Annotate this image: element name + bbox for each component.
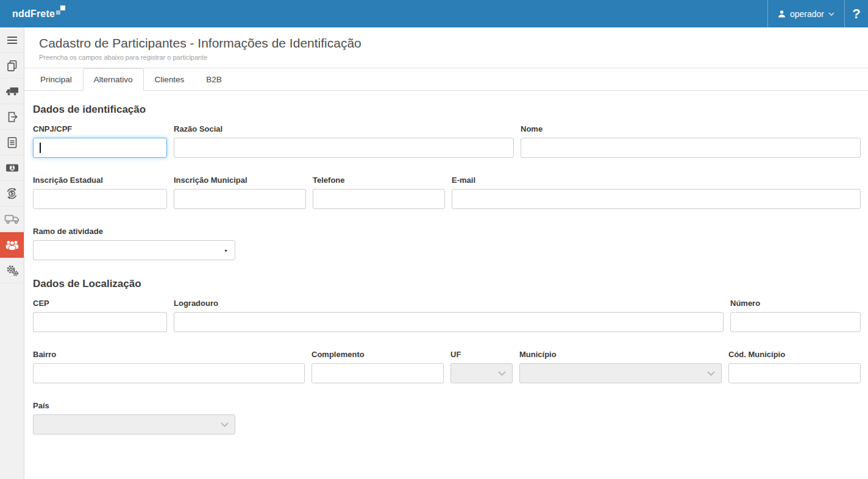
tab-clientes[interactable]: Clientes (144, 68, 196, 91)
municipio-label: Município (519, 350, 722, 359)
uf-select (450, 363, 513, 383)
bairro-input[interactable] (33, 363, 305, 383)
nome-input[interactable] (521, 138, 861, 158)
ramo-atividade-select[interactable]: ▼ (33, 240, 235, 260)
logradouro-input[interactable] (174, 312, 724, 332)
numero-label: Número (730, 299, 861, 308)
cnpj-cpf-label: CNPJ/CPF (33, 124, 167, 133)
help-button[interactable]: ? (844, 0, 868, 27)
razao-social-label: Razão Social (174, 124, 514, 133)
section-heading-identificacao: Dados de identificação (33, 104, 861, 116)
sidebar-item-export[interactable] (0, 104, 24, 130)
page-subtitle: Preencha os campos abaixo para registrar… (39, 54, 853, 61)
bairro-label: Bairro (33, 350, 305, 359)
uf-label: UF (450, 350, 513, 359)
cod-municipio-label: Cód. Município (728, 350, 861, 359)
sidebar: 1 $ (0, 27, 24, 479)
sidebar-item-financial[interactable]: $ (0, 181, 24, 207)
tab-principal[interactable]: Principal (29, 68, 83, 91)
municipio-select (519, 363, 722, 383)
banknote-icon: 1 (5, 163, 19, 172)
form-content: Dados de identificação CNPJ/CPF Razão So… (24, 91, 868, 479)
tab-bar: Principal Alternativo Clientes B2B (24, 68, 868, 91)
hamburger-menu-icon (7, 36, 18, 44)
sidebar-item-report[interactable] (0, 130, 24, 155)
email-input[interactable] (452, 189, 861, 209)
brand-logo: nddFrete (0, 0, 65, 27)
nome-label: Nome (521, 124, 861, 133)
complemento-label: Complemento (311, 350, 444, 359)
svg-text:1: 1 (10, 165, 14, 171)
numero-input[interactable] (730, 312, 861, 332)
users-group-icon (5, 240, 20, 250)
inscricao-estadual-input[interactable] (33, 189, 167, 209)
pais-label: País (33, 401, 235, 410)
page-title: Cadastro de Participantes - Informações … (39, 36, 853, 51)
sidebar-item-participants[interactable] (0, 232, 24, 258)
cod-municipio-input[interactable] (728, 363, 861, 383)
chevron-down-icon (707, 371, 715, 376)
chevron-down-icon (221, 422, 229, 427)
sidebar-item-menu[interactable] (0, 27, 24, 53)
brand-squares-icon (56, 5, 65, 16)
email-label: E-mail (452, 176, 861, 185)
sidebar-item-truck[interactable] (0, 79, 24, 104)
chevron-down-icon (498, 371, 506, 376)
cep-label: CEP (33, 299, 167, 308)
user-menu[interactable]: operador (767, 0, 844, 27)
sidebar-item-billing[interactable]: 1 (0, 155, 24, 181)
cep-input[interactable] (33, 312, 167, 332)
sidebar-item-documents[interactable] (0, 53, 24, 79)
tab-alternativo[interactable]: Alternativo (83, 68, 144, 91)
telefone-label: Telefone (313, 176, 445, 185)
select-arrow-icon: ▼ (224, 248, 228, 252)
truck-icon (5, 86, 20, 96)
chevron-down-icon (828, 12, 834, 16)
svg-text:$: $ (10, 191, 14, 196)
page-header: Cadastro de Participantes - Informações … (24, 27, 868, 68)
brand-text: nddFrete (12, 9, 55, 20)
inscricao-estadual-label: Inscrição Estadual (33, 176, 167, 185)
user-icon (778, 10, 786, 18)
razao-social-input[interactable] (174, 138, 514, 158)
gears-icon (5, 264, 19, 277)
text-caret (40, 143, 41, 153)
document-export-icon (6, 111, 18, 123)
tab-b2b[interactable]: B2B (195, 68, 233, 91)
truck-outline-icon (4, 214, 20, 224)
section-heading-localizacao: Dados de Localização (33, 278, 861, 290)
pais-select (33, 414, 235, 435)
report-document-icon (7, 137, 18, 149)
inscricao-municipal-input[interactable] (174, 189, 306, 209)
telefone-input[interactable] (313, 189, 445, 209)
sidebar-item-settings[interactable] (0, 258, 24, 283)
topbar: nddFrete operador ? (0, 0, 868, 27)
money-sync-icon: $ (5, 187, 18, 200)
inscricao-municipal-label: Inscrição Municipal (174, 176, 306, 185)
complemento-input[interactable] (311, 363, 444, 383)
sidebar-item-fleet[interactable] (0, 207, 24, 232)
logradouro-label: Logradouro (174, 299, 724, 308)
user-label: operador (790, 9, 824, 19)
copy-documents-icon (6, 60, 18, 72)
ramo-atividade-label: Ramo de atividade (33, 227, 235, 236)
cnpj-cpf-input[interactable] (33, 138, 167, 158)
